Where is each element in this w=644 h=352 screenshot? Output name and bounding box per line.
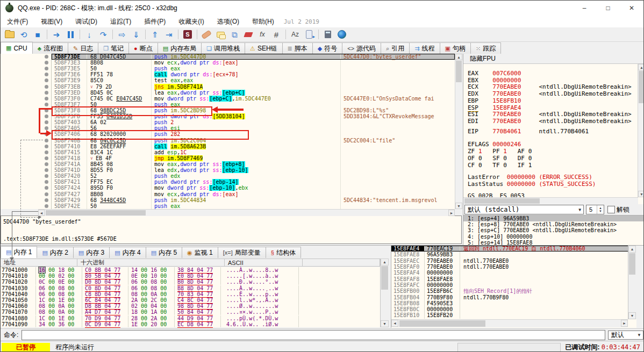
dump-header-hex[interactable]: 十六进制: [77, 259, 225, 266]
tab-sehchain[interactable]: ⚠SEH链: [245, 42, 283, 54]
stack-row[interactable]: 15E8FAEC770EABE0ntdll.770EABE0: [391, 258, 636, 264]
disasm-row-body[interactable]: 5D8F7421FF75 ECpush dword ptr ss:[ebp-14…: [52, 179, 455, 185]
strings-icon[interactable]: Az: [289, 28, 302, 40]
dump-row[interactable]: 770410501C 00 1E 006C 84 04 772A 00 2C 0…: [1, 297, 380, 303]
register-line[interactable]: EDX 770EABE0 <ntdll.DbgUiRemoteBreakin>: [468, 90, 632, 97]
disasm-row-body[interactable]: 5D8F73ED8D45 0Clea eax,dword ptr ss:[ebp…: [52, 90, 455, 96]
bookmarks-icon[interactable]: [242, 28, 255, 40]
disasm-row[interactable]: 5D8F742052push edx: [1, 173, 455, 179]
menu-item[interactable]: 追踪(T): [104, 16, 138, 28]
breakpoint-dot[interactable]: [45, 145, 48, 148]
dump-row[interactable]: 7704101000 00 02 0080 5B 04 770E 00 10 0…: [1, 273, 380, 279]
dump-row[interactable]: 7704106008 00 0A 00D8 8B 04 7702 00 04 0…: [1, 303, 380, 309]
register-line[interactable]: EBP 15E8FB10: [468, 97, 521, 104]
stack-row[interactable]: 15E8FAE896A59BB3: [391, 252, 636, 257]
disasm-row-body[interactable]: 5D8F7424895D F0mov dword ptr ss:[ebp-10]…: [52, 185, 455, 191]
disasm-row-body[interactable]: 5D8F741A8B45 08mov eax,dword ptr ss:[ebp…: [52, 161, 455, 167]
tab-locals[interactable]: [x=]局部变量: [218, 247, 266, 258]
preferences-s-icon[interactable]: S: [181, 28, 194, 40]
disasm-row[interactable]: 5D8F74278B08mov ecx,dword ptr ds:[eax]: [1, 191, 455, 197]
disasm-row-body[interactable]: 5D8F73E550push eax: [52, 66, 455, 71]
register-line[interactable]: EAX 007C6000: [468, 70, 521, 77]
register-line[interactable]: CF 0 TF 0 IF 1: [468, 162, 532, 169]
dump-row[interactable]: 770410200C 00 0E 00D0 8D 04 7706 00 08 0…: [1, 279, 380, 285]
disasm-row[interactable]: 5D8F7410E8 26EEFAFFcall im.5D8A623B: [1, 143, 455, 149]
dump-row[interactable]: 7704104006 00 08 00C8 8D 04 7708 00 0A 0…: [1, 291, 380, 297]
tab-symbols[interactable]: ◆符号: [312, 42, 342, 54]
globe-icon[interactable]: [335, 28, 348, 40]
disasm-row-body[interactable]: 5D8F742E50push eax: [52, 203, 455, 209]
dump-row[interactable]: 770410801C 00 1E 0070 D9 04 7728 00 2A 0…: [1, 315, 380, 321]
breakpoint-dot[interactable]: [45, 150, 48, 154]
breakpoint-dot[interactable]: [45, 85, 48, 89]
tab-dump4[interactable]: ▤内存 4: [109, 247, 146, 258]
stepper-arrows-icon[interactable]: ▲▼: [597, 205, 604, 214]
breakpoint-dot[interactable]: [45, 73, 48, 76]
breakpoint-dot[interactable]: [45, 55, 48, 59]
disasm-row-body[interactable]: 5D8F742968 3448C45Dpush im.5DC448345DC44…: [52, 197, 455, 203]
breakpoint-dot[interactable]: [45, 180, 48, 184]
disasm-row[interactable]: 5D8F73ED8D45 0Clea eax,dword ptr ss:[ebp…: [1, 90, 455, 96]
maximize-button[interactable]: □: [596, 1, 620, 16]
stack-row[interactable]: 15E8FB08F45905E3: [391, 300, 636, 306]
patches-icon[interactable]: [200, 28, 213, 40]
breakpoint-dot[interactable]: [45, 156, 48, 160]
labels-icon[interactable]: ⧉: [228, 28, 241, 40]
disasm-row[interactable]: 5D8F742E50push eax: [1, 203, 455, 209]
breakpoint-dot[interactable]: [45, 91, 48, 95]
arg-depth-stepper[interactable]: 5 ▲▼: [586, 205, 604, 214]
disasm-row-body[interactable]: 5D8F742052push edx: [52, 173, 455, 179]
stack-row[interactable]: 15E8FAE4770EAC19返回到 ntdll.770EAC19 自 ntd…: [391, 246, 636, 252]
breakpoint-dot[interactable]: [45, 97, 48, 100]
hash-icon[interactable]: #: [270, 28, 283, 40]
registers-vertical-scrollbar[interactable]: ▲ ▼: [638, 64, 644, 197]
disasm-row-body[interactable]: 5D8F73E985C0test eax,eax: [52, 77, 455, 83]
minimize-button[interactable]: –: [573, 1, 596, 16]
memory-dump-pane[interactable]: 7704100016 00 18 00C0 8B 04 7714 00 16 0…: [1, 267, 380, 327]
disasm-row[interactable]: 5D8F73E985C0test eax,eax: [1, 77, 455, 83]
stack-row[interactable]: 15E8FAF0770EABE0ntdll.770EABE0: [391, 264, 636, 270]
dump-header-ascii[interactable]: ASCII: [225, 259, 303, 266]
menu-item[interactable]: 文件(F): [1, 16, 34, 28]
tab-callstack[interactable]: ❏调用堆栈: [201, 42, 245, 54]
tab-cpu[interactable]: ▦CPU: [1, 42, 33, 54]
tab-watch1[interactable]: ◉监视 1: [182, 247, 218, 258]
tab-dump3[interactable]: ▤内存 3: [73, 247, 110, 258]
breakpoint-dot[interactable]: [45, 61, 48, 64]
breakpoint-dot[interactable]: [45, 162, 48, 166]
disasm-row-body[interactable]: 5D8F741583C4 1Cadd esp,1C: [52, 149, 455, 155]
stack-row[interactable]: 15E8FB0C00000000: [391, 306, 636, 312]
menu-item[interactable]: 帮助(H): [246, 16, 281, 28]
breakpoint-dot[interactable]: [45, 103, 48, 106]
disasm-row-body[interactable]: 5D8F741D8D55 F0lea edx,dword ptr ss:[ebp…: [52, 167, 455, 173]
tab-breakpoints[interactable]: ●断点: [128, 42, 158, 54]
disasm-row[interactable]: 5D8F7421FF75 ECpush dword ptr ss:[ebp-14…: [1, 179, 455, 185]
tab-memmap[interactable]: ▤内存布局: [158, 42, 202, 54]
argument-row[interactable]: 1: [esp+4] 96A59BB3: [463, 215, 644, 221]
breakpoint-dot[interactable]: [45, 186, 48, 190]
register-line[interactable]: EDI 770EABE0 <ntdll.DbgUiRemoteBreakin>: [468, 118, 632, 125]
run-to-user-code-icon[interactable]: ⇥: [162, 28, 175, 40]
disasm-row-body[interactable]: 5D8F74278B08mov ecx,dword ptr ds:[eax]: [52, 191, 455, 197]
tab-notes[interactable]: ❐笔记: [98, 42, 129, 54]
register-line[interactable]: EFLAGS 00000246: [468, 141, 521, 148]
unlock-checkbox[interactable]: [607, 206, 615, 213]
tab-references[interactable]: ⌕引用: [381, 42, 410, 54]
argument-row[interactable]: 4: [esp+10] 00000000: [463, 234, 644, 240]
disasm-row[interactable]: 5D8F73E550push eax: [1, 66, 455, 71]
disasm-row-body[interactable]: 5D8F73E6FF51 78call dword ptr ds:[ecx+78…: [52, 71, 455, 77]
argument-row[interactable]: 2: [esp+8] 770EABE0 <ntdll.DbgUiRemoteBr…: [463, 221, 644, 227]
menu-item[interactable]: 视图(V): [34, 16, 69, 28]
command-script-select[interactable]: 默认 ▼: [608, 331, 643, 340]
restart-icon[interactable]: ⟲: [17, 28, 30, 40]
step-over-icon[interactable]: ↷: [97, 28, 110, 40]
disasm-horizontal-scrollbar[interactable]: ◄ ►: [38, 209, 455, 216]
disasm-row[interactable]: 5D8F74036A 02push 2: [1, 119, 455, 125]
breakpoint-dot[interactable]: [45, 120, 48, 124]
disasm-row-body[interactable]: 5D8F7410E8 26EEFAFFcall im.5D8A623B: [52, 143, 455, 149]
register-line[interactable]: OF 0 SF 0 DF 0: [468, 155, 532, 162]
breakpoint-dot[interactable]: [45, 174, 48, 178]
command-input[interactable]: [22, 330, 605, 340]
tab-dump5[interactable]: ▤内存 5: [146, 247, 182, 258]
disasm-row[interactable]: 5D8F73EB∨79 2Djns im.5D8F741A: [1, 84, 455, 90]
